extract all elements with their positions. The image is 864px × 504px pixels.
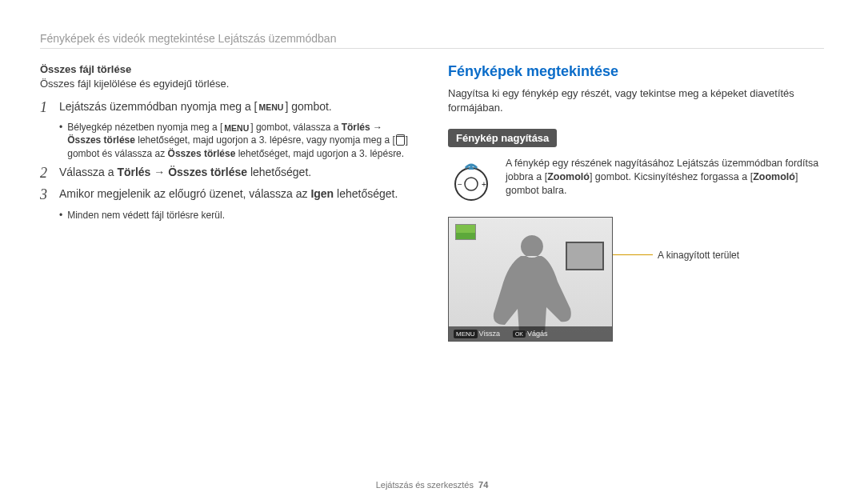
callout-line (613, 254, 653, 255)
t: Vissza (479, 330, 500, 338)
bullet-icon: • (59, 209, 62, 222)
t: Bélyegkép nézetben nyomja meg a [ (67, 122, 222, 133)
screenshot-row: MENUVissza OKVágás A kinagyított terület (448, 217, 824, 342)
t: lehetőséget. (334, 187, 398, 200)
callout-text: A kinagyított terület (653, 250, 739, 261)
t: Válassza a (59, 166, 117, 178)
menu-icon: MENU (257, 103, 285, 112)
t: → (370, 122, 382, 133)
page-header: Fényképek és videók megtekintése Lejátsz… (40, 32, 824, 45)
zoom-row: − + A fénykép egy részének nagyításához … (448, 157, 824, 206)
step3-sub: • Minden nem védett fájl törlésre kerül. (59, 209, 416, 222)
view-photos-heading: Fényképek megtekintése (448, 63, 824, 80)
zoom-dial-icon: − + (448, 157, 494, 203)
t-bold: Törlés (117, 166, 150, 178)
t: lehetőséget. (247, 166, 311, 178)
t-bold: Zoomoló (547, 171, 590, 182)
t-bold: Törlés (342, 122, 370, 133)
right-column: Fényképek megtekintése Nagyítsa ki egy f… (448, 63, 824, 342)
t: Vágás (527, 330, 548, 338)
step1-prefix: Lejátszás üzemmódban nyomja meg a [ (59, 100, 257, 113)
step-3-body: Amikor megjelenik az előugró üzenet, vál… (59, 186, 416, 204)
step1-suffix: ] gombot. (285, 100, 331, 113)
content-columns: Összes fájl törlése Összes fájl kijelölé… (40, 63, 824, 342)
status-bar: MENUVissza OKVágás (449, 326, 612, 341)
t-bold: Összes törlése (168, 166, 247, 178)
status-back: MENUVissza (454, 330, 500, 338)
delete-all-title: Összes fájl törlése (40, 63, 416, 75)
t-bold: Összes törlése (67, 134, 135, 146)
status-cut: OKVágás (513, 330, 548, 338)
t-bold: Zoomoló (753, 171, 795, 182)
t: Amikor megjelenik az előugró üzenet, vál… (59, 187, 310, 200)
zoom-area-inset (566, 242, 604, 270)
step-num-2: 2 (40, 165, 51, 182)
ok-button-icon: OK (513, 330, 526, 338)
t: → (150, 166, 168, 178)
step-num-3: 3 (40, 186, 51, 204)
step-3: 3 Amikor megjelenik az előugró üzenet, v… (40, 186, 416, 204)
delete-all-intro: Összes fájl kijelölése és egyidejű törlé… (40, 77, 416, 91)
camera-screenshot: MENUVissza OKVágás (448, 217, 613, 342)
header-rule (40, 48, 824, 49)
t: lehetőséget, majd ugorjon a 3. lépésre, … (135, 134, 395, 146)
left-column: Összes fájl törlése Összes fájl kijelölé… (40, 63, 416, 342)
step-1: 1 Lejátszás üzemmódban nyomja meg a [MEN… (40, 99, 416, 117)
t: lehetőséget, majd ugorjon a 3. lépésre. (235, 148, 404, 159)
t-bold: Összes törlése (168, 148, 236, 159)
bullet-icon: • (59, 121, 62, 160)
svg-text:−: − (458, 180, 462, 189)
menu-button-icon: MENU (454, 330, 478, 338)
svg-text:+: + (482, 180, 486, 189)
step-2-body: Válassza a Törlés → Összes törlése lehet… (59, 165, 416, 182)
t: ] gombot. Kicsinyítéshez forgassa a [ (590, 171, 753, 182)
enlarge-photo-label: Fénykép nagyítása (448, 129, 557, 147)
step1-sub-text: Bélyegkép nézetben nyomja meg a [MENU] g… (67, 121, 416, 160)
view-photos-intro: Nagyítsa ki egy fénykép egy részét, vagy… (448, 86, 824, 114)
footer-section: Lejátszás és szerkesztés (376, 480, 474, 490)
thumbnail-icon (455, 224, 476, 240)
t: ] gombot, válassza a (250, 122, 341, 133)
step-num-1: 1 (40, 99, 51, 117)
footer-page: 74 (478, 480, 488, 490)
step-2: 2 Válassza a Törlés → Összes törlése leh… (40, 165, 416, 182)
step-1-body: Lejátszás üzemmódban nyomja meg a [MENU]… (59, 99, 416, 117)
menu-icon: MENU (222, 124, 250, 133)
page-footer: Lejátszás és szerkesztés 74 (0, 480, 864, 490)
trash-icon (396, 136, 405, 146)
step3-sub-text: Minden nem védett fájl törlésre kerül. (67, 209, 416, 222)
zoom-instructions: A fénykép egy részének nagyításához Lejá… (506, 157, 824, 198)
t-bold: Igen (310, 187, 334, 200)
step1-sub: • Bélyegkép nézetben nyomja meg a [MENU]… (59, 121, 416, 160)
svg-point-1 (465, 178, 478, 190)
